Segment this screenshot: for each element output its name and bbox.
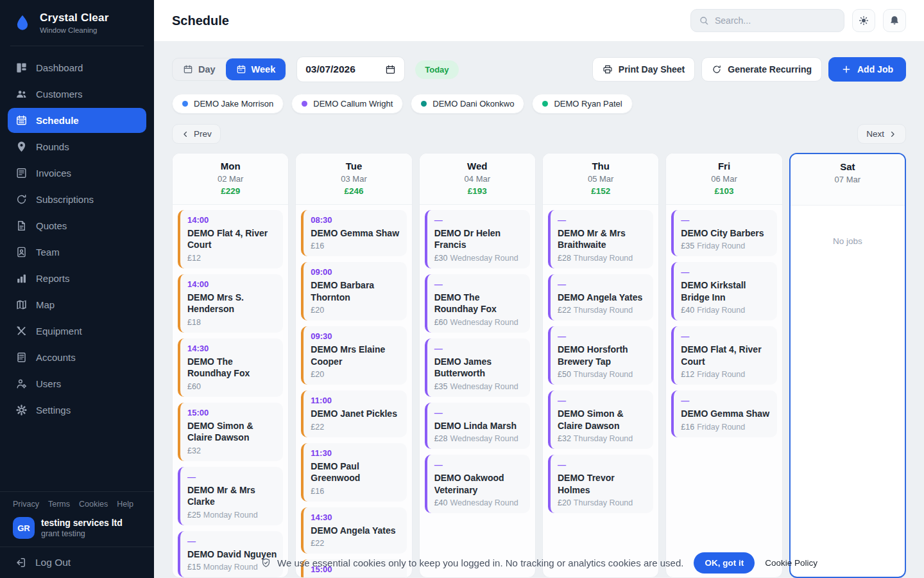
sidebar-item-label: Users	[36, 378, 61, 389]
job-price: £60	[434, 318, 448, 327]
job-card[interactable]: 09:00 DEMO Barbara Thornton £20	[301, 262, 406, 320]
staff-filter-chip[interactable]: DEMO Jake Morrison	[172, 94, 284, 114]
day-column-header[interactable]: Tue 03 Mar £246	[296, 153, 411, 205]
next-week-button[interactable]: Next	[857, 124, 906, 144]
sidebar-item-subscriptions[interactable]: Subscriptions	[8, 187, 146, 212]
day-column-header[interactable]: Mon 02 Mar £229	[173, 153, 288, 205]
sidebar-item-schedule[interactable]: Schedule	[8, 108, 146, 133]
sidebar-item-label: Reports	[36, 273, 70, 284]
day-column-thu: Thu 05 Mar £152 — DEMO Mr & Mrs Braithwa…	[542, 153, 659, 578]
job-card[interactable]: 14:30 DEMO Angela Yates £22	[301, 507, 406, 554]
job-card[interactable]: 14:30 DEMO The Roundhay Fox £60	[178, 338, 283, 397]
day-column-header[interactable]: Sat 07 Mar	[791, 154, 905, 206]
search-box[interactable]	[690, 9, 844, 32]
job-card[interactable]: — DEMO Trevor Holmes £20Thursday Round	[548, 455, 653, 513]
job-time: —	[434, 344, 524, 353]
generate-recurring-button[interactable]: Generate Recurring	[701, 57, 822, 82]
sidebar-item-reports[interactable]: Reports	[8, 266, 146, 291]
sidebar-item-team[interactable]: Team	[8, 240, 146, 265]
logout-button[interactable]: Log Out	[0, 547, 154, 578]
job-card[interactable]: — DEMO Dr Helen Francis £30Wednesday Rou…	[425, 210, 530, 268]
sidebar-item-quotes[interactable]: Quotes	[8, 213, 146, 238]
footer-link-cookies[interactable]: Cookies	[79, 500, 108, 509]
today-badge[interactable]: Today	[415, 60, 458, 79]
day-column-header[interactable]: Wed 04 Mar £193	[420, 153, 535, 205]
job-card[interactable]: — DEMO Simon & Claire Dawson £32Thursday…	[548, 390, 653, 449]
job-title: DEMO Angela Yates	[558, 292, 647, 303]
cookie-policy-link[interactable]: Cookie Policy	[765, 558, 817, 568]
sidebar-item-users[interactable]: Users	[8, 371, 146, 396]
job-card[interactable]: — DEMO Oakwood Veterinary £40Wednesday R…	[425, 455, 530, 513]
job-card[interactable]: — DEMO City Barbers £35Friday Round	[671, 210, 776, 256]
footer-link-terms[interactable]: Terms	[48, 500, 70, 509]
sidebar-item-dashboard[interactable]: Dashboard	[8, 55, 146, 80]
job-title: DEMO James Butterworth	[434, 356, 524, 380]
avatar: GR	[13, 517, 35, 539]
staff-filter-label: DEMO Jake Morrison	[194, 99, 273, 109]
job-price: £20	[311, 306, 324, 315]
plus-icon	[841, 64, 851, 74]
date-input[interactable]	[305, 64, 371, 75]
add-job-button[interactable]: Add Job	[828, 57, 906, 82]
day-column-header[interactable]: Fri 06 Mar £103	[666, 153, 782, 205]
accounts-icon	[15, 351, 28, 363]
theme-toggle-button[interactable]	[852, 9, 875, 32]
sidebar-item-equipment[interactable]: Equipment	[8, 319, 146, 344]
job-title: DEMO Gemma Shaw	[681, 408, 770, 419]
job-card[interactable]: — DEMO James Butterworth £35Wednesday Ro…	[425, 338, 530, 397]
day-date: 05 Mar	[548, 174, 653, 184]
search-icon	[699, 15, 709, 26]
sidebar-item-label: Settings	[36, 405, 71, 416]
sidebar-user[interactable]: GR testing services ltd grant testing	[0, 511, 154, 547]
job-card[interactable]: — DEMO The Roundhay Fox £60Wednesday Rou…	[425, 274, 530, 333]
job-card[interactable]: 09:30 DEMO Mrs Elaine Cooper £20	[301, 326, 406, 385]
sidebar: Crystal Clear Window Cleaning Dashboard …	[0, 0, 154, 578]
job-time: —	[558, 460, 647, 469]
job-round: Wednesday Round	[450, 498, 518, 507]
week-view-button[interactable]: Week	[226, 58, 286, 80]
job-card[interactable]: 11:00 DEMO Janet Pickles £22	[301, 390, 406, 437]
print-day-sheet-button[interactable]: Print Day Sheet	[592, 57, 695, 82]
job-card[interactable]: — DEMO Mr & Mrs Clarke £25Monday Round	[178, 467, 283, 525]
day-column-header[interactable]: Thu 05 Mar £152	[543, 153, 658, 205]
job-card[interactable]: — DEMO Linda Marsh £28Wednesday Round	[425, 403, 530, 449]
job-price: £35	[681, 241, 694, 250]
sidebar-item-invoices[interactable]: Invoices	[8, 161, 146, 186]
job-time: 08:30	[311, 215, 400, 225]
job-card[interactable]: 14:00 DEMO Mrs S. Henderson £18	[178, 274, 283, 333]
sidebar-item-label: Customers	[36, 89, 83, 100]
job-card[interactable]: 11:30 DEMO Paul Greenwood £16	[301, 443, 406, 502]
notifications-button[interactable]	[883, 9, 906, 32]
day-view-button[interactable]: Day	[173, 58, 226, 80]
user-name: grant testing	[41, 529, 123, 538]
job-card[interactable]: 14:00 DEMO Flat 4, River Court £12	[178, 210, 283, 268]
sidebar-item-settings[interactable]: Settings	[8, 398, 146, 423]
sidebar-item-rounds[interactable]: Rounds	[8, 134, 146, 159]
day-total: £152	[548, 186, 653, 197]
job-card[interactable]: — DEMO Mr & Mrs Braithwaite £28Thursday …	[548, 210, 653, 268]
sidebar-item-map[interactable]: Map	[8, 292, 146, 317]
job-card[interactable]: 15:00 DEMO Simon & Claire Dawson £32	[178, 403, 283, 461]
job-card[interactable]: — DEMO Gemma Shaw £16Friday Round	[671, 390, 776, 437]
job-card[interactable]: — DEMO Kirkstall Bridge Inn £40Friday Ro…	[671, 262, 776, 320]
job-card[interactable]: — DEMO Flat 4, River Court £12Friday Rou…	[671, 326, 776, 385]
sidebar-item-accounts[interactable]: Accounts	[8, 345, 146, 370]
job-price: £20	[311, 370, 324, 379]
staff-color-dot	[182, 101, 188, 107]
cookie-accept-button[interactable]: OK, got it	[694, 552, 755, 574]
search-input[interactable]	[715, 15, 836, 26]
staff-filter-chip[interactable]: DEMO Dani Okonkwo	[411, 94, 524, 114]
schedule-icon	[15, 114, 28, 127]
job-card[interactable]: 08:30 DEMO Gemma Shaw £16	[301, 210, 406, 256]
staff-filter-chip[interactable]: DEMO Ryan Patel	[532, 94, 632, 114]
footer-link-help[interactable]: Help	[117, 500, 133, 509]
job-card[interactable]: — DEMO Angela Yates £22Thursday Round	[548, 274, 653, 320]
staff-filter-chip[interactable]: DEMO Callum Wright	[291, 94, 403, 114]
prev-week-button[interactable]: Prev	[172, 124, 221, 144]
sidebar-item-customers[interactable]: Customers	[8, 82, 146, 107]
job-card[interactable]: — DEMO Horsforth Brewery Tap £50Thursday…	[548, 326, 653, 385]
footer-link-privacy[interactable]: Privacy	[13, 500, 39, 509]
job-price: £12	[681, 370, 694, 379]
date-picker[interactable]	[296, 57, 405, 82]
week-grid: Mon 02 Mar £229 14:00 DEMO Flat 4, River…	[172, 153, 906, 578]
